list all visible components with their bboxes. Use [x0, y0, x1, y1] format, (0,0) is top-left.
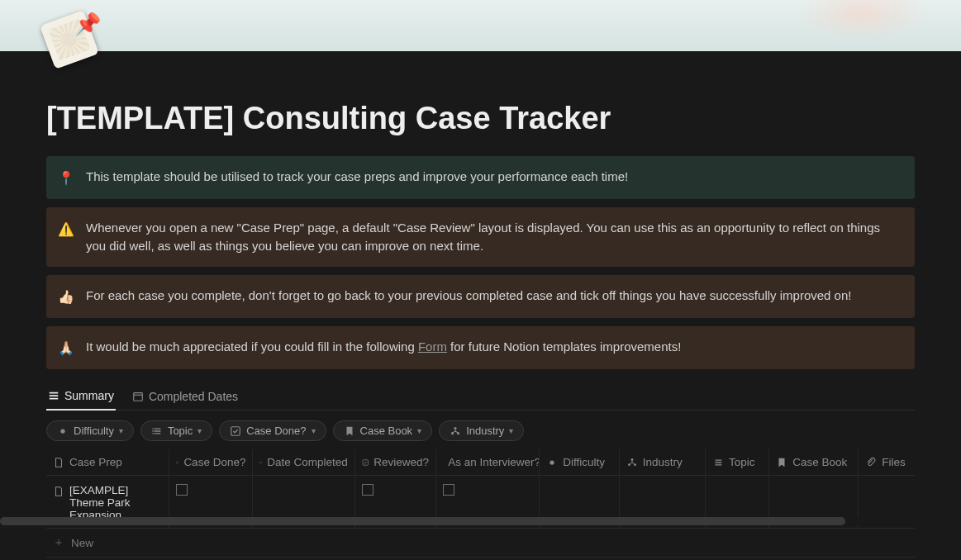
form-link[interactable]: Form	[418, 339, 447, 354]
filter-label: Difficulty	[74, 425, 114, 437]
check-icon	[362, 457, 369, 468]
callout-text: Whenever you open a new "Case Prep" page…	[86, 219, 903, 255]
tab-completed-dates[interactable]: Completed Dates	[131, 384, 240, 410]
filter-label: Industry	[466, 425, 504, 437]
svg-point-11	[630, 458, 633, 461]
col-label: Case Prep	[69, 456, 122, 468]
checkbox[interactable]	[443, 484, 454, 496]
cover-image	[0, 0, 961, 51]
plus-icon: ＋	[53, 535, 64, 550]
bookmark-icon	[776, 457, 787, 468]
tab-summary[interactable]: Summary	[46, 384, 116, 411]
page-icon	[53, 457, 64, 468]
warning-icon: ⚠️	[58, 220, 74, 239]
filter-label: Case Done?	[246, 425, 306, 437]
col-date-completed[interactable]: Date Completed	[253, 449, 354, 475]
svg-rect-8	[363, 459, 368, 464]
col-label: As an Interviewer?	[448, 456, 540, 468]
filter-label: Case Book	[360, 425, 413, 437]
col-label: Case Book	[792, 456, 847, 468]
svg-rect-7	[260, 462, 262, 463]
new-row-button[interactable]: ＋ New	[46, 529, 915, 558]
svg-point-1	[60, 429, 64, 433]
callout-warning[interactable]: ⚠️ Whenever you open a new "Case Prep" p…	[46, 207, 915, 267]
callout-text: For each case you complete, don't forget…	[86, 287, 851, 305]
checkbox[interactable]	[176, 484, 188, 496]
cell-value: [EXAMPLE] Theme Park Expansion	[69, 484, 162, 521]
tree-icon	[626, 457, 638, 468]
col-case-book[interactable]: Case Book	[769, 449, 859, 475]
database-table: Case Prep Case Done? Date Completed Revi…	[46, 449, 915, 560]
col-label: Topic	[729, 456, 755, 468]
svg-rect-0	[134, 392, 143, 401]
chevron-down-icon: ▾	[197, 426, 202, 435]
col-difficulty[interactable]: Difficulty	[540, 449, 619, 475]
filter-bar: Difficulty ▾ Topic ▾ Case Done? ▾ Case B…	[46, 411, 915, 449]
pray-icon: 🙏🏻	[58, 339, 74, 358]
col-label: Reviewed?	[373, 456, 429, 468]
callout-pin[interactable]: 📍 This template should be utilised to tr…	[46, 156, 915, 199]
check-icon	[230, 425, 241, 437]
chevron-down-icon: ▾	[509, 426, 513, 435]
filter-topic[interactable]: Topic ▾	[140, 420, 212, 441]
page-icon[interactable]: 📌	[46, 17, 106, 76]
callout-text-post: for future Notion templates improvements…	[447, 339, 681, 354]
callout-text-pre: It would be much appreciated if you coul…	[86, 339, 418, 354]
pushpin-icon: 📌	[74, 12, 101, 37]
calendar-icon	[132, 391, 144, 402]
col-label: Files	[882, 456, 906, 468]
page-icon	[53, 486, 64, 497]
col-case-done[interactable]: Case Done?	[169, 449, 253, 475]
paperclip-icon	[865, 457, 877, 468]
callout-thumbs[interactable]: 👍🏻 For each case you complete, don't for…	[46, 275, 915, 318]
sun-icon	[57, 425, 69, 437]
chevron-down-icon: ▾	[312, 426, 316, 435]
col-label: Difficulty	[563, 456, 605, 468]
checkbox[interactable]	[362, 484, 373, 496]
new-row-label: New	[71, 537, 93, 549]
col-label: Industry	[643, 456, 683, 468]
table-header-row: Case Prep Case Done? Date Completed Revi…	[46, 449, 915, 476]
thumbs-up-icon: 👍🏻	[58, 287, 74, 306]
col-label: Case Done?	[183, 456, 245, 468]
filter-case-done[interactable]: Case Done? ▾	[219, 420, 326, 441]
callout-text: This template should be utilised to trac…	[86, 168, 628, 186]
tab-label: Completed Dates	[149, 390, 238, 403]
sun-icon	[546, 457, 558, 468]
col-as-interviewer[interactable]: As an Interviewer?	[436, 449, 540, 475]
table-icon	[48, 390, 59, 401]
col-label: Date Completed	[267, 456, 348, 468]
col-case-prep[interactable]: Case Prep	[46, 449, 169, 475]
list-icon	[151, 425, 163, 437]
col-reviewed[interactable]: Reviewed?	[355, 449, 436, 475]
callout-text: It would be much appreciated if you coul…	[86, 338, 681, 356]
pin-icon: 📍	[58, 168, 74, 187]
chevron-down-icon: ▾	[417, 426, 421, 435]
filter-difficulty[interactable]: Difficulty ▾	[46, 420, 134, 441]
page-title[interactable]: [TEMPLATE] Consulting Case Tracker	[46, 101, 915, 136]
scrollbar-thumb[interactable]	[0, 517, 845, 525]
filter-case-book[interactable]: Case Book ▾	[333, 420, 433, 441]
view-tabs: Summary Completed Dates	[46, 384, 915, 411]
list-icon	[712, 457, 724, 468]
tree-icon	[450, 425, 461, 437]
chevron-down-icon: ▾	[119, 426, 123, 435]
filter-industry[interactable]: Industry ▾	[439, 420, 524, 441]
col-industry[interactable]: Industry	[620, 449, 706, 475]
svg-rect-6	[177, 461, 178, 463]
filter-label: Topic	[168, 425, 193, 437]
check-icon	[176, 457, 178, 468]
col-topic[interactable]: Topic	[706, 449, 769, 475]
callout-pray[interactable]: 🙏🏻 It would be much appreciated if you c…	[46, 326, 915, 369]
svg-point-10	[550, 460, 554, 464]
bookmark-icon	[344, 425, 355, 437]
calendar-icon	[259, 457, 262, 468]
col-files[interactable]: Files	[859, 449, 915, 475]
horizontal-scrollbar[interactable]	[0, 517, 961, 525]
tab-label: Summary	[64, 389, 114, 402]
svg-point-3	[454, 426, 457, 429]
